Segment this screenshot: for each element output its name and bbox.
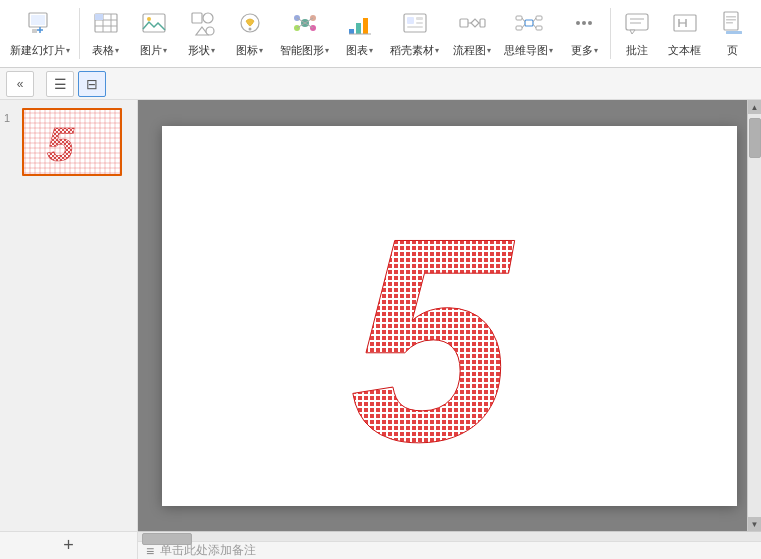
stock-label: 稻壳素材 ▾: [390, 43, 439, 58]
svg-rect-65: [726, 22, 733, 24]
svg-rect-63: [726, 16, 736, 18]
page-label: 页: [727, 43, 738, 58]
collapse-panel-btn[interactable]: «: [6, 71, 34, 97]
svg-rect-42: [525, 20, 533, 26]
svg-rect-39: [480, 19, 485, 27]
svg-point-16: [206, 27, 214, 35]
svg-rect-66: [726, 31, 742, 34]
toolbar-textbox[interactable]: 文本框: [661, 0, 709, 67]
svg-point-14: [203, 13, 213, 23]
comment-icon: [623, 9, 651, 41]
svg-rect-36: [407, 26, 423, 28]
canvas-area: 5 5 ▲ ▼: [138, 100, 761, 531]
svg-rect-46: [536, 26, 542, 30]
grid-view-btn[interactable]: ⊟: [78, 71, 106, 97]
toolbar-flow[interactable]: 流程图 ▾: [446, 0, 498, 67]
smart-label: 智能图形 ▾: [280, 43, 329, 58]
add-slide-area: +: [0, 531, 138, 559]
svg-rect-37: [460, 19, 468, 27]
svg-rect-62: [724, 12, 738, 30]
table-label: 表格 ▾: [92, 43, 119, 58]
slide-thumb-row: 1 5 5: [4, 108, 133, 176]
toolbar-icon[interactable]: 图标 ▾: [226, 0, 274, 67]
toolbar-table[interactable]: 表格 ▾: [82, 0, 130, 67]
comment-label: 批注: [626, 43, 648, 58]
second-bar: « ☰ ⊟: [0, 68, 761, 100]
shape-label: 形状 ▾: [188, 43, 215, 58]
slide-panel: 1 5 5: [0, 100, 138, 531]
svg-rect-11: [143, 14, 165, 32]
new-slide-label: 新建幻灯片 ▾: [10, 43, 70, 58]
stock-icon: [401, 9, 429, 41]
toolbar-new-slide[interactable]: 新建幻灯片 ▾: [4, 0, 77, 67]
right-scrollbar: ▲ ▼: [747, 100, 761, 531]
toolbar-more[interactable]: 更多 ▾: [560, 0, 608, 67]
svg-rect-71: [42, 117, 102, 167]
svg-line-49: [533, 18, 536, 22]
chart-label: 图表 ▾: [346, 43, 373, 58]
slide-number: 1: [4, 108, 18, 124]
svg-marker-38: [471, 19, 479, 27]
bottom-right: ≡ 单击此处添加备注: [138, 531, 761, 559]
toolbar-image[interactable]: 图片 ▾: [130, 0, 178, 67]
textbox-label: 文本框: [668, 43, 701, 58]
slide-thumb-content: 5 5: [24, 110, 120, 174]
svg-rect-76: [340, 168, 560, 463]
shape-icon: [188, 9, 216, 41]
scroll-up-btn[interactable]: ▲: [748, 100, 762, 114]
scroll-down-btn[interactable]: ▼: [748, 517, 762, 531]
svg-rect-10: [95, 14, 103, 20]
svg-rect-43: [516, 16, 522, 20]
svg-line-47: [522, 18, 525, 22]
svg-rect-45: [536, 16, 542, 20]
table-icon: [92, 9, 120, 41]
toolbar-chart[interactable]: 图表 ▾: [336, 0, 384, 67]
main-character-svg: 5 5: [340, 168, 560, 463]
list-view-btn[interactable]: ☰: [46, 71, 74, 97]
svg-rect-64: [726, 19, 736, 21]
main-area: 1 5 5: [0, 100, 761, 531]
mind-label: 思维导图 ▾: [504, 43, 553, 58]
new-slide-icon: [26, 9, 54, 41]
svg-rect-28: [349, 29, 354, 34]
toolbar-comment[interactable]: 批注: [613, 0, 661, 67]
note-bar[interactable]: ≡ 单击此处添加备注: [138, 541, 761, 559]
scroll-thumb[interactable]: [749, 118, 761, 158]
svg-point-52: [582, 21, 586, 25]
svg-rect-33: [407, 17, 414, 24]
svg-point-12: [147, 17, 151, 21]
icon-label: 图标 ▾: [236, 43, 263, 58]
flow-label: 流程图 ▾: [453, 43, 491, 58]
image-label: 图片 ▾: [140, 43, 167, 58]
chart-icon: [346, 9, 374, 41]
toolbar-smart[interactable]: 智能图形 ▾: [274, 0, 336, 67]
h-scroll-thumb[interactable]: [142, 533, 192, 545]
toolbar-mind[interactable]: 思维导图 ▾: [498, 0, 560, 67]
toolbar-stock[interactable]: 稻壳素材 ▾: [384, 0, 446, 67]
add-slide-btn[interactable]: +: [56, 533, 82, 559]
more-icon: [570, 9, 598, 41]
svg-line-48: [522, 24, 525, 28]
svg-rect-1: [31, 15, 45, 25]
svg-point-53: [588, 21, 592, 25]
icon-icon: [236, 9, 264, 41]
mind-icon: [515, 9, 543, 41]
flow-icon: [458, 9, 486, 41]
svg-rect-35: [416, 22, 423, 24]
horizontal-scrollbar[interactable]: [138, 531, 761, 541]
toolbar-page[interactable]: 页: [709, 0, 757, 67]
svg-marker-55: [630, 30, 635, 34]
svg-rect-13: [192, 13, 202, 23]
smart-icon: [291, 9, 319, 41]
slide-canvas[interactable]: 5 5: [162, 126, 737, 506]
scroll-track[interactable]: [748, 114, 762, 517]
svg-rect-4: [32, 29, 37, 33]
toolbar-shape[interactable]: 形状 ▾: [178, 0, 226, 67]
page-icon: [719, 9, 747, 41]
svg-point-51: [576, 21, 580, 25]
svg-rect-34: [416, 17, 423, 20]
slide-thumbnail[interactable]: 5 5: [22, 108, 122, 176]
toolbar: 新建幻灯片 ▾ 表格 ▾: [0, 0, 761, 68]
svg-line-50: [533, 24, 536, 28]
divider-2: [610, 8, 611, 59]
